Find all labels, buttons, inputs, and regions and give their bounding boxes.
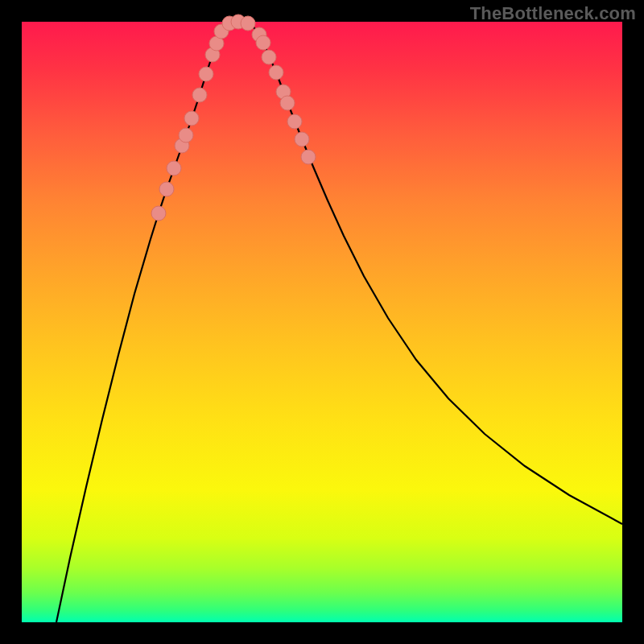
data-point (192, 88, 207, 102)
curve-group (56, 22, 622, 622)
data-point (167, 161, 181, 175)
chart-svg (22, 22, 622, 622)
data-point (256, 35, 270, 50)
data-point (151, 206, 166, 221)
data-point (179, 128, 193, 142)
chart-frame: TheBottleneck.com (0, 0, 644, 644)
data-point (280, 96, 295, 110)
dots-group (151, 14, 316, 221)
data-point (262, 50, 276, 64)
data-point (269, 65, 283, 80)
bottleneck-curve (56, 22, 622, 622)
data-point (301, 150, 316, 164)
data-point (159, 182, 174, 196)
data-point (287, 114, 302, 129)
data-point (199, 67, 213, 81)
data-point (184, 111, 199, 126)
data-point (295, 132, 309, 147)
data-point (241, 16, 255, 31)
